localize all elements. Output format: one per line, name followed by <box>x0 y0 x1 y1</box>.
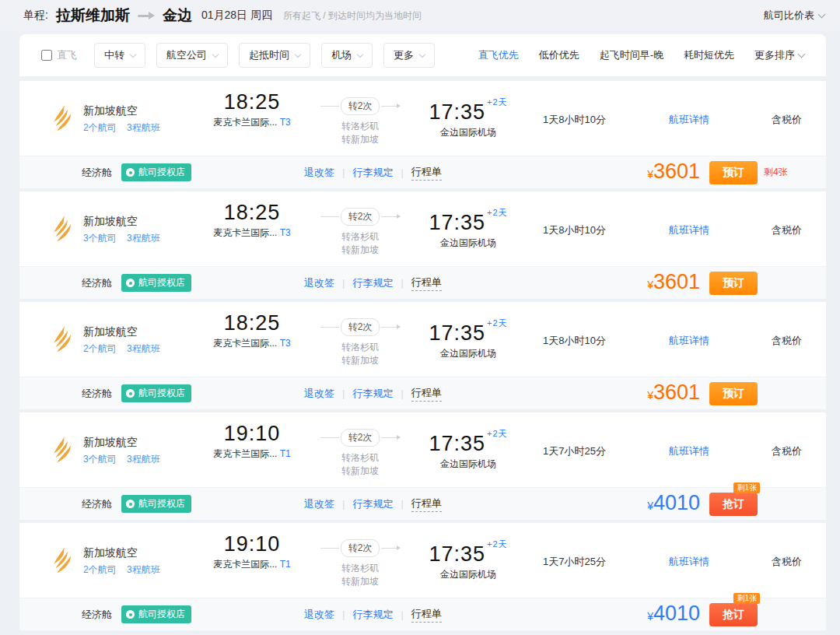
route-column: 19:10 麦克卡兰国际... T1 转2次 转洛杉矶 转新加坡 <box>202 532 518 588</box>
airline-price-compare-link[interactable]: 航司比价表 <box>764 9 824 23</box>
baggage-rules-link[interactable]: 行李规定 <box>352 166 393 180</box>
transfer-line-left <box>320 327 339 328</box>
itinerary-receipt-link[interactable]: 行程单 <box>411 607 442 623</box>
fare-sub-row: 经济舱 航司授权店 退改签 | 行李规定 | 行程单 ¥4010 抢订 剩1张 <box>19 487 826 520</box>
transfer-line-right-arrow <box>381 216 400 217</box>
legs-count-link[interactable]: 3程航班 <box>127 564 160 575</box>
flight-duration: 1天8小时10分 <box>518 220 631 237</box>
singapore-airlines-logo-icon <box>52 546 73 574</box>
filter-dropdown-airport[interactable]: 机场 <box>321 43 373 68</box>
baggage-rules-link[interactable]: 行李规定 <box>352 497 393 511</box>
transfer-line-left <box>320 106 339 107</box>
flight-details-link[interactable]: 航班详情 <box>669 556 709 567</box>
transfer-count-badge[interactable]: 转2次 <box>341 208 380 226</box>
refund-policy-link[interactable]: 退改签 <box>304 387 334 401</box>
refund-policy-link[interactable]: 退改签 <box>304 608 334 622</box>
departure-block: 18:25 麦克卡兰国际... T3 <box>202 201 302 240</box>
transfer-count-badge[interactable]: 转2次 <box>341 318 380 336</box>
price-value: 4010 <box>653 491 700 514</box>
flight-card: 新加坡航空 3个航司 3程航班 19:10 麦克卡兰国际... T1 <box>19 412 826 520</box>
transfer-city-2: 转新加坡 <box>302 133 418 146</box>
route-column: 18:25 麦克卡兰国际... T3 转2次 转洛杉矶 转新加坡 <box>202 90 518 146</box>
book-button[interactable]: 抢订 <box>709 603 758 626</box>
filter-dropdown-transfer[interactable]: 中转 <box>94 43 145 68</box>
book-button[interactable]: 预订 <box>709 272 758 295</box>
carriers-count-link[interactable]: 2个航司 <box>83 343 117 354</box>
carriers-count-link[interactable]: 3个航司 <box>83 233 117 244</box>
flower-icon <box>126 279 135 287</box>
book-button[interactable]: 预订 <box>709 161 758 184</box>
flight-details-link[interactable]: 航班详情 <box>669 445 709 457</box>
baggage-rules-link[interactable]: 行李规定 <box>352 608 393 622</box>
baggage-rules-link[interactable]: 行李规定 <box>352 276 393 290</box>
flight-card: 新加坡航空 2个航司 3程航班 18:25 麦克卡兰国际... T3 <box>19 302 826 409</box>
departure-time: 19:10 <box>202 532 302 556</box>
price: ¥4010 <box>647 602 700 627</box>
filter-dropdown-time[interactable]: 起抵时间 <box>239 43 310 68</box>
flight-duration: 1天7小时25分 <box>518 552 631 569</box>
direct-flight-checkbox[interactable]: 直飞 <box>41 48 77 62</box>
price-zone: ¥4010 抢订 剩1张 <box>647 492 806 517</box>
singapore-airlines-logo-icon <box>52 436 73 464</box>
airline-name: 新加坡航空 <box>83 213 168 229</box>
legs-count-link[interactable]: 3程航班 <box>127 454 160 465</box>
route-column: 19:10 麦克卡兰国际... T1 转2次 转洛杉矶 转新加坡 <box>202 422 518 478</box>
flight-details-link[interactable]: 航班详情 <box>669 224 709 236</box>
carriers-count-link[interactable]: 2个航司 <box>83 564 117 575</box>
legs-count-link[interactable]: 3程航班 <box>127 233 160 244</box>
departure-terminal: T1 <box>280 448 291 459</box>
cabin-class-label: 经济舱 <box>82 387 112 401</box>
itinerary-receipt-link[interactable]: 行程单 <box>411 496 442 512</box>
itinerary-receipt-link[interactable]: 行程单 <box>411 275 442 291</box>
carriers-count-link[interactable]: 2个航司 <box>83 122 117 133</box>
filter-dropdown-airline[interactable]: 航空公司 <box>156 43 228 68</box>
transfer-line-right-arrow <box>381 106 400 107</box>
transfer-count-badge[interactable]: 转2次 <box>341 97 380 115</box>
flight-main-row: 新加坡航空 2个航司 3程航班 19:10 麦克卡兰国际... T1 <box>19 523 826 598</box>
filter-dropdown-more[interactable]: 更多 <box>383 43 435 68</box>
departure-airport: 麦克卡兰国际... T1 <box>202 447 302 461</box>
transfer-line-left <box>320 216 339 217</box>
transfer-cities: 转洛杉矶 转新加坡 <box>302 120 418 146</box>
flight-details-link[interactable]: 航班详情 <box>669 335 709 346</box>
refund-policy-link[interactable]: 退改签 <box>304 166 334 180</box>
price: ¥4010 <box>647 492 700 517</box>
sort-direct-first[interactable]: 直飞优先 <box>478 48 519 62</box>
itinerary-receipt-link[interactable]: 行程单 <box>411 165 442 181</box>
flight-card: 新加坡航空 2个航司 3程航班 18:25 麦克卡兰国际... T3 <box>19 81 826 188</box>
arrival-airport: 金边国际机场 <box>418 126 518 139</box>
transfer-line-right-arrow <box>381 327 400 328</box>
flight-main-row: 新加坡航空 3个航司 3程航班 19:10 麦克卡兰国际... T1 <box>19 412 826 487</box>
fare-links: 退改签 | 行李规定 | 行程单 <box>304 496 442 512</box>
itinerary-receipt-link[interactable]: 行程单 <box>411 386 442 402</box>
transfer-block: 转2次 转洛杉矶 转新加坡 <box>302 90 418 146</box>
seats-left-tag: 剩1张 <box>733 593 760 604</box>
book-button[interactable]: 抢订 <box>709 493 758 516</box>
carriers-count-link[interactable]: 3个航司 <box>83 454 117 465</box>
baggage-rules-link[interactable]: 行李规定 <box>352 387 393 401</box>
sort-departure-time[interactable]: 起飞时间早-晚 <box>600 48 663 62</box>
tax-included-label: 含税价 <box>747 331 826 348</box>
flight-details-link[interactable]: 航班详情 <box>669 114 709 125</box>
singapore-airlines-logo-icon <box>52 215 73 243</box>
transfer-city-1: 转洛杉矶 <box>302 341 418 354</box>
legs-count-link[interactable]: 3程航班 <box>127 343 160 354</box>
sort-more[interactable]: 更多排序 <box>754 48 804 62</box>
airline-column: 新加坡航空 3个航司 3程航班 <box>19 213 202 245</box>
book-button[interactable]: 预订 <box>709 382 758 405</box>
results-panel: 直飞 中转 航空公司 起抵时间 机场 更多 直飞优先 低价优先 起飞时间早-晚 … <box>19 34 826 630</box>
departure-terminal: T3 <box>280 338 291 349</box>
direct-flight-checkbox-input[interactable] <box>41 50 52 61</box>
departure-time: 19:10 <box>202 422 302 445</box>
arrival-airport: 金边国际机场 <box>418 458 518 471</box>
sort-lowest-price[interactable]: 低价优先 <box>539 48 579 62</box>
chevron-down-icon <box>798 51 806 58</box>
transfer-count-badge[interactable]: 转2次 <box>341 429 380 447</box>
sort-shortest-duration[interactable]: 耗时短优先 <box>684 48 734 62</box>
transfer-block: 转2次 转洛杉矶 转新加坡 <box>302 201 418 257</box>
legs-count-link[interactable]: 3程航班 <box>127 122 160 133</box>
refund-policy-link[interactable]: 退改签 <box>304 497 334 511</box>
route-column: 18:25 麦克卡兰国际... T3 转2次 转洛杉矶 转新加坡 <box>202 311 518 367</box>
transfer-count-badge[interactable]: 转2次 <box>341 539 380 557</box>
refund-policy-link[interactable]: 退改签 <box>304 276 334 290</box>
